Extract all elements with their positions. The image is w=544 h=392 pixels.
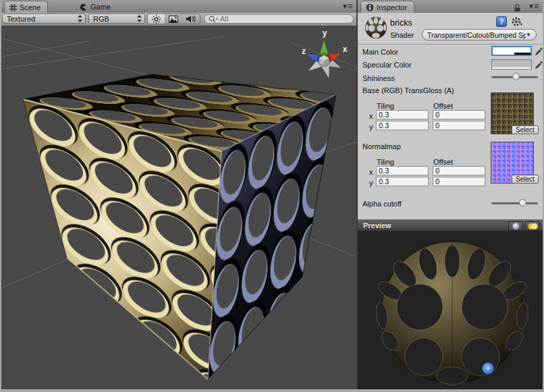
help-icon[interactable]: ? (496, 16, 507, 27)
shader-dropdown[interactable]: Transparent/Cutout/Bumped Spe ▼ (422, 29, 537, 40)
help-question-glyph: ? (499, 18, 504, 26)
base-texture-label: Base (RGB) TransGloss (A) (362, 86, 454, 94)
scene-toolbar: Textured RGB (1, 13, 356, 26)
scene-grid-icon (9, 4, 17, 11)
search-filter-label: All (220, 15, 228, 23)
color-mode-value: RGB (93, 15, 109, 23)
normal-offset-y-input[interactable] (433, 177, 485, 186)
chevron-down-icon: ▼ (526, 32, 531, 38)
updown-arrows-icon (78, 15, 82, 22)
normal-y-row-label: y (369, 179, 373, 187)
base-offset-x-input[interactable] (433, 110, 485, 119)
lighting-toggle-button[interactable] (147, 13, 165, 24)
window-frame-left (0, 0, 1, 392)
preview-sphere-button[interactable] (508, 221, 523, 231)
preview-lighting-button[interactable] (525, 221, 540, 231)
alpha-indicator-strip (492, 67, 531, 69)
base-tiling-x-input[interactable] (376, 110, 429, 119)
scene-panel: Scene Game ▾≡ Textured RGB (1, 0, 356, 389)
shininess-label: Shininess (362, 74, 395, 82)
add-button[interactable]: + (482, 362, 494, 374)
slider-knob[interactable] (519, 199, 526, 206)
normalmap-label: Normalmap (362, 142, 401, 150)
base-texture-select-button[interactable]: Select (512, 125, 539, 134)
tab-inspector-label: Inspector (377, 3, 407, 11)
preview-title: Preview (363, 221, 391, 229)
inspector-panel-menu-icon[interactable]: ▾≡ (529, 3, 539, 9)
game-icon (79, 3, 88, 11)
gizmo-z-label: z (302, 47, 306, 56)
chevron-down-icon: ▾ (529, 3, 533, 9)
alpha-indicator-strip (493, 53, 531, 55)
base-tiling-header: Tiling (377, 102, 394, 110)
main-color-eyedropper-icon[interactable] (535, 47, 543, 59)
chevron-down-icon: ▾ (343, 3, 347, 9)
gizmo-x-label: x (343, 45, 348, 54)
gizmo-y-axis-cone[interactable] (320, 40, 328, 55)
shader-value: Transparent/Cutout/Bumped Spe (427, 31, 526, 39)
image-icon (169, 16, 178, 23)
menu-lines-icon: ≡ (534, 3, 539, 9)
tab-scene[interactable]: Scene (4, 1, 48, 13)
search-field[interactable]: All (204, 14, 354, 24)
base-offset-y-input[interactable] (433, 121, 485, 130)
scene-orientation-gizmo[interactable]: y x z (302, 28, 348, 80)
scene-tabstrip: Scene Game ▾≡ (1, 0, 356, 13)
specular-color-label: Specular Color (362, 61, 412, 69)
specular-color-swatch[interactable] (491, 59, 532, 69)
select-button-label: Select (516, 175, 535, 183)
sphere-icon (512, 223, 520, 230)
normal-tiling-header: Tiling (377, 158, 394, 166)
skybox-toggle-button[interactable] (165, 13, 183, 24)
render-mode-value: Textured (7, 15, 35, 23)
normal-offset-header: Offset (433, 158, 453, 166)
shininess-slider[interactable] (491, 73, 538, 81)
tab-game[interactable]: Game (74, 1, 117, 13)
material-name: bricks (390, 18, 412, 28)
menu-lines-icon: ≡ (348, 3, 352, 9)
inspector-tabstrip: Inspector ▾≡ (358, 0, 543, 13)
main-color-swatch[interactable] (491, 46, 532, 56)
color-mode-dropdown[interactable]: RGB (88, 13, 145, 24)
scene-3d-canvas: y x z (1, 26, 356, 389)
tab-scene-label: Scene (20, 3, 40, 11)
slider-knob[interactable] (512, 73, 520, 80)
normal-offset-x-input[interactable] (433, 166, 485, 175)
info-icon (366, 3, 374, 11)
gizmo-y-label: y (323, 28, 327, 38)
chevron-down-icon (520, 24, 523, 26)
speaker-icon (186, 15, 196, 23)
render-mode-dropdown[interactable]: Textured (2, 13, 86, 24)
tab-game-label: Game (90, 3, 111, 11)
base-tiling-y-input[interactable] (376, 121, 429, 130)
panel-splitter[interactable] (356, 0, 358, 389)
preview-header[interactable]: Preview (358, 219, 543, 231)
scene-panel-menu-icon[interactable]: ▾≡ (343, 3, 352, 9)
normal-tiling-y-input[interactable] (376, 177, 429, 186)
plus-glyph: + (485, 363, 491, 373)
gear-icon[interactable] (511, 16, 523, 30)
slider-track[interactable] (491, 202, 538, 204)
shader-label: Shader (390, 31, 414, 39)
normalmap-select-button[interactable]: Select (512, 175, 539, 184)
scene-viewport[interactable]: y x z (1, 26, 356, 389)
normal-tiling-x-input[interactable] (376, 166, 429, 175)
tab-inspector[interactable]: Inspector (360, 1, 414, 13)
select-button-label: Select (516, 126, 535, 134)
normal-x-row-label: x (369, 168, 373, 176)
specular-color-eyedropper-icon[interactable] (535, 60, 543, 72)
alpha-cutoff-slider[interactable] (491, 199, 538, 207)
main-color-label: Main Color (362, 48, 398, 56)
base-x-row-label: x (369, 112, 373, 120)
search-icon (209, 16, 218, 23)
gizmo-center-cube[interactable] (319, 55, 329, 66)
unity-editor-window: Scene Game ▾≡ Textured RGB (0, 0, 544, 392)
alpha-cutoff-label: Alpha cutoff (362, 200, 402, 208)
material-thumbnail[interactable] (364, 16, 387, 42)
audio-toggle-button[interactable] (182, 13, 200, 24)
preview-sphere-render (358, 231, 543, 389)
material-preview-area[interactable]: + (358, 231, 543, 389)
scene-cube-object[interactable] (23, 74, 336, 379)
updown-arrows-icon (137, 15, 142, 22)
base-y-row-label: y (369, 123, 373, 131)
